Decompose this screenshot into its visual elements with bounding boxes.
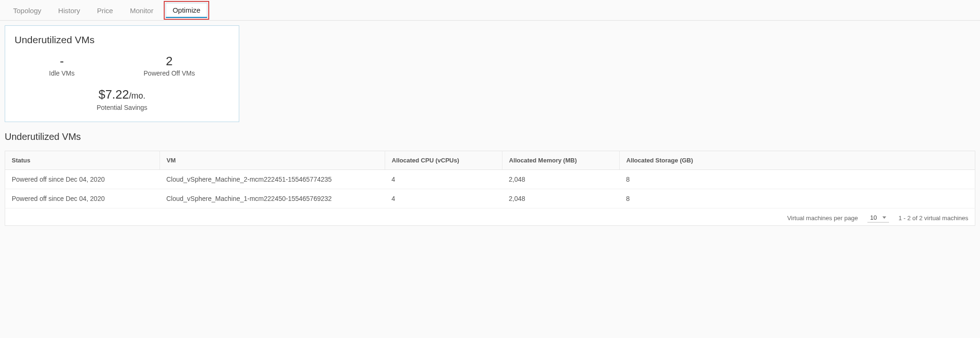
cell-mem: 2,048 <box>502 170 620 189</box>
metric-idle-value: - <box>49 54 75 69</box>
savings-amount: $7.22 <box>99 87 129 101</box>
tab-topology[interactable]: Topology <box>5 0 50 20</box>
col-header-storage[interactable]: Allocated Storage (GB) <box>620 151 975 170</box>
table-footer: Virtual machines per page 10 1 - 2 of 2 … <box>5 208 975 226</box>
metric-idle-label: Idle VMs <box>49 69 75 77</box>
cell-cpu: 4 <box>385 170 502 189</box>
card-title: Underutilized VMs <box>15 34 229 46</box>
section-title-underutilized: Underutilized VMs <box>5 131 975 142</box>
card-metrics: - Idle VMs 2 Powered Off VMs <box>15 54 229 77</box>
underutilized-card: Underutilized VMs - Idle VMs 2 Powered O… <box>5 25 239 122</box>
savings-label: Potential Savings <box>15 104 229 111</box>
table-row[interactable]: Powered off since Dec 04, 2020 Cloud_vSp… <box>5 189 975 208</box>
chevron-down-icon <box>882 216 886 219</box>
savings-block: $7.22/mo. Potential Savings <box>15 87 229 111</box>
metric-idle: - Idle VMs <box>49 54 75 77</box>
tab-optimize-highlight: Optimize <box>162 0 211 20</box>
tab-price[interactable]: Price <box>89 0 122 20</box>
vm-table: Status VM Allocated CPU (vCPUs) Allocate… <box>5 151 975 208</box>
page-size-select[interactable]: 10 <box>867 213 889 223</box>
per-page-label: Virtual machines per page <box>787 215 858 222</box>
cell-status: Powered off since Dec 04, 2020 <box>5 189 160 208</box>
col-header-cpu[interactable]: Allocated CPU (vCPUs) <box>385 151 502 170</box>
col-header-vm[interactable]: VM <box>160 151 385 170</box>
savings-unit: /mo. <box>129 91 145 100</box>
col-header-status[interactable]: Status <box>5 151 160 170</box>
savings-line: $7.22/mo. <box>15 87 229 102</box>
page-size-value: 10 <box>870 214 877 221</box>
tab-optimize-outline: Optimize <box>164 1 209 20</box>
cell-cpu: 4 <box>385 189 502 208</box>
tab-monitor[interactable]: Monitor <box>122 0 162 20</box>
table-row[interactable]: Powered off since Dec 04, 2020 Cloud_vSp… <box>5 170 975 189</box>
tab-bar: Topology History Price Monitor Optimize <box>0 0 980 21</box>
cell-storage: 8 <box>620 189 975 208</box>
content-area: Underutilized VMs - Idle VMs 2 Powered O… <box>0 21 980 230</box>
metric-off-value: 2 <box>144 54 195 69</box>
metric-powered-off: 2 Powered Off VMs <box>144 54 195 77</box>
pagination-range: 1 - 2 of 2 virtual machines <box>898 215 968 222</box>
cell-status: Powered off since Dec 04, 2020 <box>5 170 160 189</box>
cell-mem: 2,048 <box>502 189 620 208</box>
tab-optimize[interactable]: Optimize <box>166 3 207 18</box>
metric-off-label: Powered Off VMs <box>144 69 195 77</box>
cell-storage: 8 <box>620 170 975 189</box>
col-header-mem[interactable]: Allocated Memory (MB) <box>502 151 620 170</box>
tab-history[interactable]: History <box>50 0 89 20</box>
table-header-row: Status VM Allocated CPU (vCPUs) Allocate… <box>5 151 975 170</box>
cell-vm: Cloud_vSphere_Machine_2-mcm222451-155465… <box>160 170 385 189</box>
cell-vm: Cloud_vSphere_Machine_1-mcm222450-155465… <box>160 189 385 208</box>
